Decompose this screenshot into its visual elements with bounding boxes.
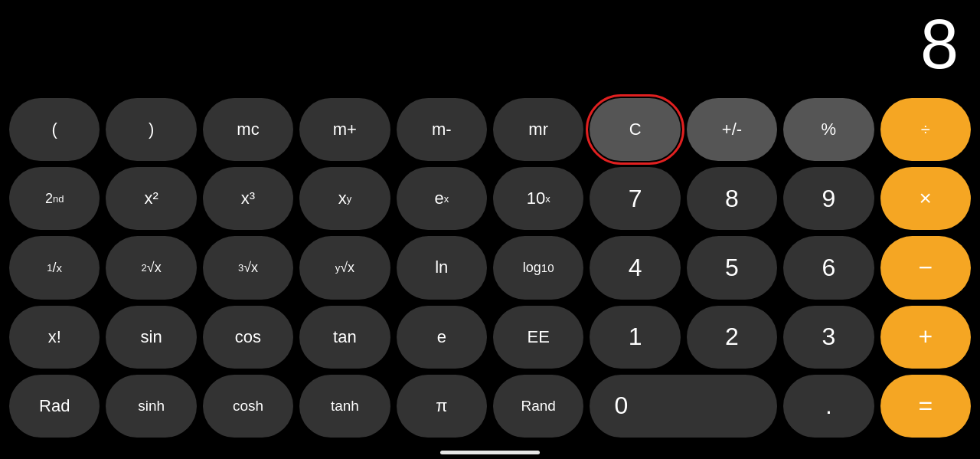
multiply-button[interactable]: × [880, 167, 971, 230]
decimal-button[interactable]: . [783, 375, 874, 438]
percent-button[interactable]: % [783, 98, 874, 161]
equals-button[interactable]: = [880, 375, 971, 438]
2rt-x-button[interactable]: 2√x [106, 236, 196, 299]
rad-button[interactable]: Rad [9, 375, 100, 438]
m-plus-button[interactable]: m+ [299, 98, 390, 161]
x2-button[interactable]: x² [106, 167, 196, 230]
3-button[interactable]: 3 [783, 306, 874, 369]
2-button[interactable]: 2 [687, 306, 777, 369]
x3-button[interactable]: x³ [203, 167, 293, 230]
sin-button[interactable]: sin [106, 306, 196, 369]
e-button[interactable]: e [397, 306, 487, 369]
mr-button[interactable]: mr [493, 98, 583, 161]
pi-button[interactable]: π [397, 375, 487, 438]
10x-button[interactable]: 10x [493, 167, 583, 230]
clear-button[interactable]: C [590, 98, 680, 161]
log10-button[interactable]: log10 [493, 236, 583, 299]
xy-button[interactable]: xy [299, 167, 390, 230]
tanh-button[interactable]: tanh [299, 375, 390, 438]
factorial-button[interactable]: x! [9, 306, 100, 369]
ex-button[interactable]: ex [397, 167, 487, 230]
subtract-button[interactable]: − [880, 236, 971, 299]
inv-x-button[interactable]: 1/x [9, 236, 100, 299]
7-button[interactable]: 7 [590, 167, 680, 230]
plus-minus-button[interactable]: +/- [687, 98, 777, 161]
0-button[interactable]: 0 [590, 375, 777, 438]
tan-button[interactable]: tan [299, 306, 390, 369]
keypad: ( ) mc m+ m- mr C +/- % ÷ 2nd x² x³ xy e… [0, 92, 980, 459]
ln-button[interactable]: ln [397, 236, 487, 299]
yrt-x-button[interactable]: y√x [299, 236, 390, 299]
4-button[interactable]: 4 [590, 236, 680, 299]
cosh-button[interactable]: cosh [203, 375, 293, 438]
rand-button[interactable]: Rand [493, 375, 583, 438]
add-button[interactable]: + [880, 306, 971, 369]
9-button[interactable]: 9 [783, 167, 874, 230]
m-minus-button[interactable]: m- [397, 98, 487, 161]
display-number: 8 [920, 5, 957, 84]
ee-button[interactable]: EE [493, 306, 583, 369]
open-paren-button[interactable]: ( [9, 98, 100, 161]
cos-button[interactable]: cos [203, 306, 293, 369]
mc-button[interactable]: mc [203, 98, 293, 161]
3rt-x-button[interactable]: 3√x [203, 236, 293, 299]
home-indicator [440, 451, 540, 454]
5-button[interactable]: 5 [687, 236, 777, 299]
sinh-button[interactable]: sinh [106, 375, 196, 438]
2nd-button[interactable]: 2nd [9, 167, 100, 230]
divide-button[interactable]: ÷ [880, 98, 971, 161]
1-button[interactable]: 1 [590, 306, 680, 369]
6-button[interactable]: 6 [783, 236, 874, 299]
close-paren-button[interactable]: ) [106, 98, 196, 161]
8-button[interactable]: 8 [687, 167, 777, 230]
display-value: 8 [0, 0, 980, 92]
